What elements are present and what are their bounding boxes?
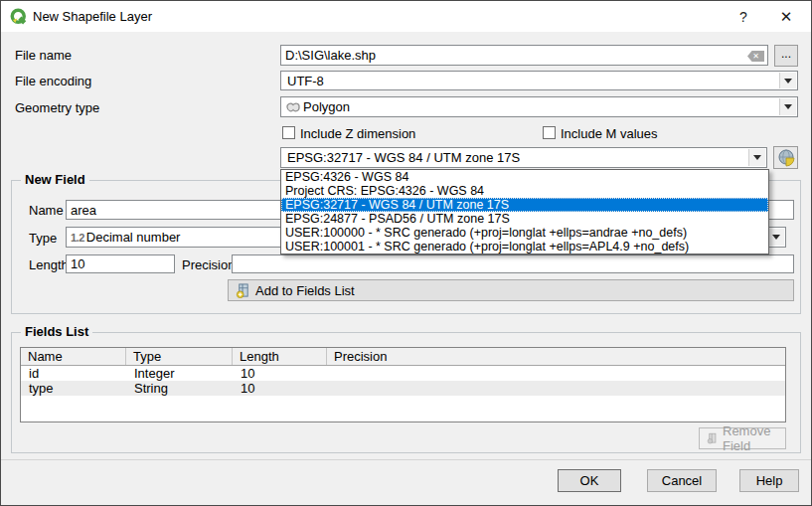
add-to-fields-list-button[interactable]: Add to Fields List (228, 279, 794, 301)
fields-table-header: Name Type Length Precision (21, 348, 785, 366)
table-row[interactable]: idInteger10 (21, 366, 785, 381)
file-name-input[interactable]: ✕ (280, 45, 768, 66)
field-precision-value[interactable] (233, 255, 793, 272)
ok-button[interactable]: OK (558, 469, 621, 492)
window-title: New Shapefile Layer (33, 9, 152, 24)
help-titlebar-button[interactable]: ? (729, 5, 758, 29)
field-precision-input[interactable] (232, 254, 794, 273)
decimal-number-icon: 1.2 (71, 232, 84, 244)
table-cell (327, 366, 785, 381)
table-cell: id (21, 366, 126, 381)
fields-list-group-title: Fields List (21, 324, 92, 339)
polygon-icon (285, 101, 301, 113)
table-cell: type (21, 381, 126, 396)
file-name-label: File name (15, 48, 72, 63)
column-header-type[interactable]: Type (126, 348, 233, 365)
browse-button[interactable]: ... (774, 45, 798, 67)
chevron-down-icon[interactable] (748, 149, 765, 166)
chevron-down-icon[interactable] (779, 73, 796, 88)
globe-icon (777, 149, 795, 167)
fields-table-body: idInteger10typeString10 (21, 366, 785, 396)
column-header-name[interactable]: Name (21, 348, 126, 365)
file-name-value[interactable] (281, 46, 767, 65)
file-encoding-value: UTF-8 (287, 74, 324, 88)
new-field-group-title: New Field (21, 172, 89, 187)
footer-separator (1, 459, 811, 460)
file-encoding-label: File encoding (15, 74, 91, 88)
crs-option[interactable]: USER:100001 - * SRC generado (+proj=long… (281, 240, 768, 253)
include-z-checkbox[interactable] (282, 126, 295, 139)
file-encoding-combobox[interactable]: UTF-8 (280, 71, 798, 90)
title-bar: New Shapefile Layer ? ✕ (1, 1, 811, 32)
include-m-checkbox[interactable] (543, 126, 556, 139)
chevron-down-icon[interactable] (779, 98, 796, 115)
qgis-logo-icon (10, 8, 28, 26)
crs-option[interactable]: EPSG:24877 - PSAD56 / UTM zone 17S (281, 212, 768, 226)
crs-combobox[interactable]: EPSG:32717 - WGS 84 / UTM zone 17S (280, 147, 767, 168)
table-cell: Integer (126, 366, 233, 381)
field-type-label: Type (29, 231, 57, 246)
geometry-type-label: Geometry type (15, 100, 99, 115)
field-length-input[interactable] (66, 254, 175, 273)
new-shapefile-layer-dialog: New Shapefile Layer ? ✕ File name ✕ ... … (0, 0, 812, 506)
crs-selected-value: EPSG:32717 - WGS 84 / UTM zone 17S (287, 150, 520, 165)
crs-option[interactable]: Project CRS: EPSG:4326 - WGS 84 (281, 184, 768, 198)
table-cell: 10 (233, 366, 327, 381)
table-row[interactable]: typeString10 (21, 381, 785, 396)
crs-option[interactable]: EPSG:4326 - WGS 84 (281, 170, 768, 184)
crs-dropdown[interactable]: EPSG:4326 - WGS 84Project CRS: EPSG:4326… (280, 169, 769, 254)
help-button[interactable]: Help (739, 469, 799, 492)
remove-field-icon (707, 431, 718, 445)
crs-option[interactable]: USER:100000 - * SRC generado (+proj=long… (281, 226, 768, 240)
table-cell (327, 381, 785, 396)
table-cell: String (126, 381, 233, 396)
add-field-icon (236, 283, 250, 298)
geometry-type-combobox[interactable]: Polygon (280, 96, 798, 117)
crs-option[interactable]: EPSG:32717 - WGS 84 / UTM zone 17S (281, 198, 768, 212)
column-header-precision[interactable]: Precision (327, 348, 785, 365)
cancel-button[interactable]: Cancel (647, 469, 717, 492)
field-type-value: Decimal number (86, 230, 181, 245)
select-crs-button[interactable] (773, 146, 798, 169)
fields-table: Name Type Length Precision idInteger10ty… (20, 347, 786, 422)
remove-field-button[interactable]: Remove Field (699, 427, 786, 449)
geometry-type-value: Polygon (303, 99, 350, 114)
remove-field-label: Remove Field (723, 423, 785, 453)
add-to-fields-list-label: Add to Fields List (255, 283, 355, 298)
field-length-value[interactable] (67, 255, 174, 272)
field-precision-label: Precision (182, 257, 235, 272)
close-icon[interactable]: ✕ (771, 5, 801, 29)
field-length-label: Length (29, 257, 69, 272)
include-z-label[interactable]: Include Z dimension (300, 126, 415, 141)
field-name-label: Name (29, 203, 64, 218)
include-m-label[interactable]: Include M values (561, 126, 658, 141)
chevron-down-icon[interactable] (767, 229, 784, 246)
column-header-length[interactable]: Length (233, 348, 327, 365)
table-cell: 10 (233, 381, 327, 396)
